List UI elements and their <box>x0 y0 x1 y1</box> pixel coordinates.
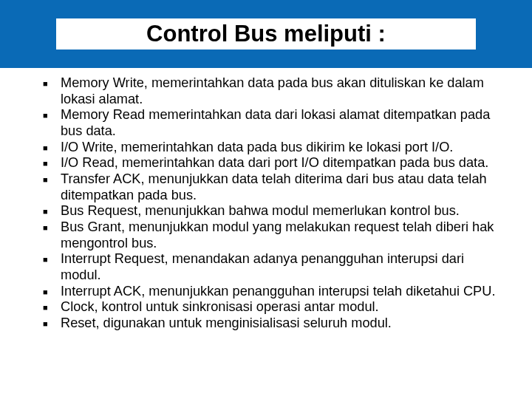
list-item: Interrupt ACK, menunjukkan penangguhan i… <box>43 284 504 300</box>
bullet-list: Memory Write, memerintahkan data pada bu… <box>43 75 504 332</box>
list-item: Transfer ACK, menunjukkan data telah dit… <box>43 171 504 203</box>
list-item: Bus Grant, menunjukkan modul yang melaku… <box>43 219 504 251</box>
list-item: I/O Read, memerintahkan data dari port I… <box>43 155 504 171</box>
list-item: Reset, digunakan untuk menginisialisasi … <box>43 316 504 332</box>
slide-title: Control Bus meliputi : <box>56 18 476 50</box>
slide-header: Control Bus meliputi : <box>0 0 532 68</box>
list-item: Memory Write, memerintahkan data pada bu… <box>43 75 504 107</box>
list-item: Memory Read memerintahkan data dari loka… <box>43 107 504 139</box>
list-item: Bus Request, menunjukkan bahwa modul mem… <box>43 203 504 219</box>
list-item: I/O Write, memerintahkan data pada bus d… <box>43 140 504 156</box>
list-item: Interrupt Request, menandakan adanya pen… <box>43 251 504 283</box>
list-item: Clock, kontrol untuk sinkronisasi operas… <box>43 299 504 316</box>
slide-body: Memory Write, memerintahkan data pada bu… <box>0 68 532 332</box>
